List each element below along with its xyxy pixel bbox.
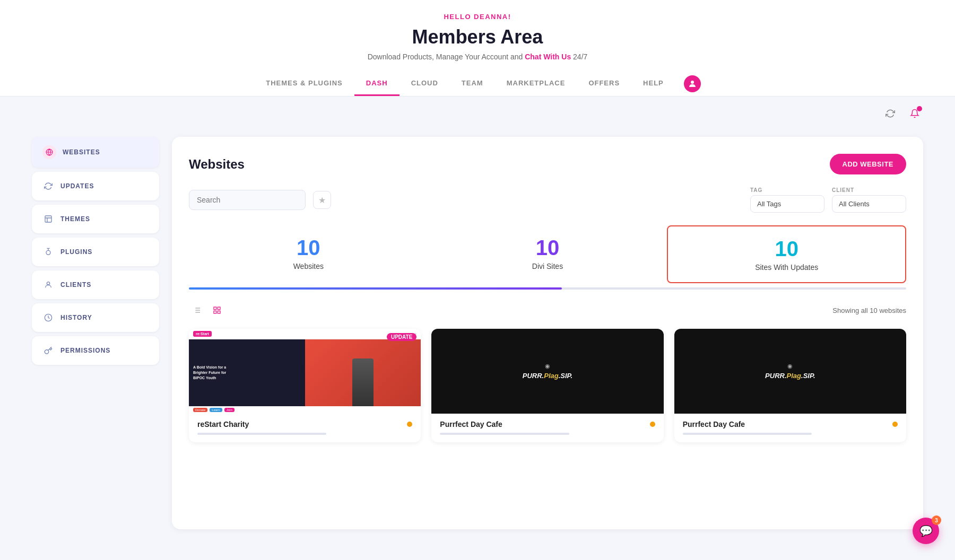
stat-divi-sites[interactable]: 10 Divi Sites: [428, 225, 667, 283]
filters-row: ★ TAG All Tags CLIENT All Clients: [189, 187, 906, 213]
client-select[interactable]: All Clients: [832, 195, 906, 213]
stat-label-divi: Divi Sites: [439, 262, 657, 270]
tab-offers[interactable]: OFFERS: [577, 72, 631, 96]
globe-icon: [42, 145, 56, 159]
svg-rect-13: [218, 311, 220, 313]
client-filter-group: CLIENT All Clients: [832, 187, 906, 213]
chat-icon: 💬: [919, 524, 933, 537]
content-header: Websites ADD WEBSITE: [189, 154, 906, 174]
site-card-purrfect-1: ◉ PURR.Plag.SIP. Purrfect Day Cafe: [431, 329, 663, 442]
tab-themes-plugins[interactable]: THEMES & PLUGINS: [254, 72, 354, 96]
progress-bar-container: [189, 287, 906, 290]
sidebar-item-plugins[interactable]: PLUGINS: [32, 238, 159, 266]
notification-badge: [917, 106, 922, 111]
svg-rect-2: [45, 216, 51, 222]
subtitle-post: 24/7: [573, 52, 587, 61]
grid-view-icon[interactable]: [209, 302, 225, 318]
tab-help[interactable]: HELP: [631, 72, 675, 96]
content-title: Websites: [189, 157, 245, 172]
star-filter-button[interactable]: ★: [313, 191, 331, 209]
sidebar-item-websites[interactable]: WEBSITES: [32, 137, 159, 168]
site-bar: [197, 433, 326, 435]
site-name: reStart Charity: [197, 420, 249, 428]
sidebar-label-permissions: PERMISSIONS: [60, 347, 110, 354]
stat-number-updates: 10: [679, 237, 895, 261]
site-name-3: Purrfect Day Cafe: [683, 420, 745, 428]
site-info-purrfect-1: Purrfect Day Cafe: [431, 414, 663, 442]
top-header: HELLO DEANNA! Members Area Download Prod…: [0, 0, 955, 97]
chat-badge: 3: [932, 515, 941, 525]
showing-text: Showing all 10 websites: [832, 307, 906, 314]
svg-rect-12: [218, 307, 220, 310]
site-thumb-black: ◉ PURR.Plag.SIP.: [431, 329, 663, 414]
main-layout: WEBSITES UPDATES THEMES PLUGINS CLIENTS: [0, 126, 955, 540]
plugin-icon: [42, 246, 54, 258]
svg-point-3: [47, 282, 49, 285]
view-controls-row: Showing all 10 websites: [189, 302, 906, 318]
search-input[interactable]: [189, 190, 306, 210]
tag-select[interactable]: All Tags: [750, 195, 824, 213]
key-icon: [42, 345, 54, 356]
list-view-icon[interactable]: [189, 302, 205, 318]
tab-cloud[interactable]: CLOUD: [400, 72, 450, 96]
stat-label-updates: Sites With Updates: [679, 263, 895, 272]
stat-label-websites: Websites: [199, 262, 418, 270]
tag-label: TAG: [750, 187, 824, 193]
sites-grid: re:Start A Bold Vision for aBrighter Fut…: [189, 329, 906, 442]
site-thumb-purrfect-1: ◉ PURR.Plag.SIP.: [431, 329, 663, 414]
site-name-row: reStart Charity: [197, 420, 412, 428]
site-thumb-black-2: ◉ PURR.Plag.SIP.: [674, 329, 906, 414]
sidebar-label-themes: THEMES: [60, 215, 90, 223]
chat-bubble[interactable]: 💬 3: [913, 518, 939, 544]
sidebar-label-plugins: PLUGINS: [60, 248, 92, 256]
sidebar: WEBSITES UPDATES THEMES PLUGINS CLIENTS: [32, 137, 159, 529]
add-website-button[interactable]: ADD WEBSITE: [830, 154, 907, 174]
stat-sites-updates[interactable]: 10 Sites With Updates: [667, 225, 906, 283]
site-bar-3: [683, 433, 812, 435]
site-card-purrfect-2: ◉ PURR.Plag.SIP. Purrfect Day Cafe: [674, 329, 906, 442]
notification-icon[interactable]: [906, 105, 923, 122]
toolbar-row: [0, 97, 955, 126]
layout-icon: [42, 213, 54, 225]
sidebar-label-clients: CLIENTS: [60, 281, 91, 288]
site-status-dot: [407, 422, 412, 427]
view-icons: [189, 302, 225, 318]
refresh-icon[interactable]: [882, 105, 899, 122]
sidebar-item-updates[interactable]: UPDATES: [32, 172, 159, 200]
sidebar-item-themes[interactable]: THEMES: [32, 205, 159, 233]
site-info-restart: reStart Charity: [189, 414, 421, 442]
svg-rect-14: [214, 311, 216, 313]
update-badge: UPDATE: [387, 333, 416, 341]
svg-point-0: [691, 81, 694, 84]
sidebar-item-clients[interactable]: CLIENTS: [32, 270, 159, 299]
stat-number-websites: 10: [199, 236, 418, 260]
client-label: CLIENT: [832, 187, 906, 193]
tab-marketplace[interactable]: MARKETPLACE: [495, 72, 577, 96]
subtitle: Download Products, Manage Your Account a…: [0, 52, 955, 61]
person-icon: [42, 279, 54, 291]
stat-websites[interactable]: 10 Websites: [189, 225, 428, 283]
sidebar-label-websites: WEBSITES: [63, 148, 100, 156]
refresh-sidebar-icon: [42, 180, 54, 192]
sidebar-label-updates: UPDATES: [60, 182, 94, 190]
site-name-2: Purrfect Day Cafe: [440, 420, 502, 428]
chat-link[interactable]: Chat With Us: [525, 52, 571, 61]
nav-tabs: THEMES & PLUGINS DASH CLOUD TEAM MARKETP…: [0, 72, 955, 96]
site-name-row-2: Purrfect Day Cafe: [440, 420, 655, 428]
avatar[interactable]: [684, 75, 701, 92]
hello-text: HELLO DEANNA!: [0, 13, 955, 21]
sidebar-item-permissions[interactable]: PERMISSIONS: [32, 336, 159, 365]
subtitle-pre: Download Products, Manage Your Account a…: [368, 52, 523, 61]
history-icon: [42, 312, 54, 323]
site-name-row-3: Purrfect Day Cafe: [683, 420, 898, 428]
site-info-purrfect-2: Purrfect Day Cafe: [674, 414, 906, 442]
site-thumb-purrfect-2: ◉ PURR.Plag.SIP.: [674, 329, 906, 414]
sidebar-item-history[interactable]: HISTORY: [32, 303, 159, 332]
content-area: Websites ADD WEBSITE ★ TAG All Tags CLIE…: [172, 137, 923, 529]
sidebar-label-history: HISTORY: [60, 314, 92, 321]
tab-dash[interactable]: DASH: [354, 72, 400, 96]
tab-team[interactable]: TEAM: [450, 72, 495, 96]
site-bar-2: [440, 433, 569, 435]
page-title: Members Area: [0, 26, 955, 48]
site-card-restart: re:Start A Bold Vision for aBrighter Fut…: [189, 329, 421, 442]
